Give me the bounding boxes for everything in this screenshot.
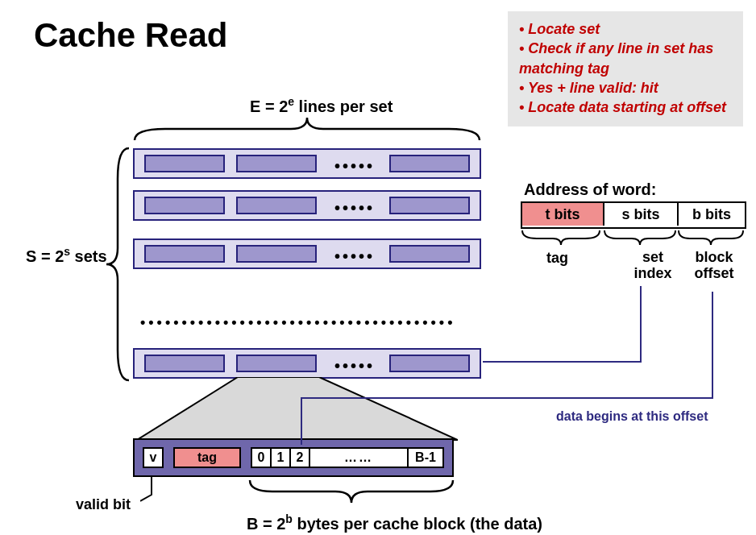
cache-line xyxy=(236,245,317,263)
address-t-bits: t bits xyxy=(522,203,603,226)
byte-cell: 1 xyxy=(270,447,291,468)
bytes-per-block-label: B = 2b bytes per cache block (the data) xyxy=(247,512,542,533)
brace-set-icon xyxy=(603,229,677,248)
addr-label-block-offset: block offset xyxy=(690,250,738,282)
valid-bit-pointer-icon xyxy=(140,477,172,503)
address-s-bits: s bits xyxy=(603,203,677,226)
brace-block-icon xyxy=(677,229,745,248)
algo-step-4: • Locate data starting at offset xyxy=(519,97,735,117)
byte-cell: 0 xyxy=(251,447,272,468)
cache-line xyxy=(389,197,470,214)
slide-title: Cache Read xyxy=(34,16,227,55)
brace-tag-icon xyxy=(521,229,601,248)
tag-field-box: tag xyxy=(173,447,241,468)
cache-line xyxy=(144,245,225,263)
cache-line xyxy=(236,155,317,172)
block-offset-connector-icon xyxy=(298,292,717,461)
address-fields: t bits s bits b bits xyxy=(521,201,746,229)
cache-line xyxy=(389,155,470,172)
cache-set-row: ••••• xyxy=(133,238,481,269)
ellipsis-icon: ••••• xyxy=(325,199,384,218)
cache-line xyxy=(144,197,225,214)
address-header: Address of word: xyxy=(524,180,656,199)
ellipsis-icon: ••••• xyxy=(325,157,384,176)
top-brace-icon xyxy=(133,114,481,142)
cache-line xyxy=(144,155,225,172)
cache-line xyxy=(389,245,470,263)
valid-bit-box: v xyxy=(143,447,164,468)
valid-bit-label: valid bit xyxy=(76,496,131,513)
lines-per-set-label: E = 2e lines per set xyxy=(250,95,393,116)
addr-label-set-index: set index xyxy=(629,250,677,282)
algo-step-2: • Check if any line in set has matching … xyxy=(519,39,735,78)
left-brace-icon xyxy=(103,147,131,382)
cache-set-row: ••••• xyxy=(133,190,481,221)
cache-set-row: ••••• xyxy=(133,148,481,179)
offset-note: data begins at this offset xyxy=(556,409,708,424)
algo-step-3: • Yes + line valid: hit xyxy=(519,78,735,97)
bottom-brace-icon xyxy=(248,479,455,504)
sets-count-label: S = 2s sets xyxy=(26,245,107,266)
algo-step-1: • Locate set xyxy=(519,19,735,39)
algorithm-box: • Locate set • Check if any line in set … xyxy=(508,11,743,126)
address-b-bits: b bits xyxy=(677,203,745,226)
cache-line xyxy=(144,355,225,372)
addr-label-tag: tag xyxy=(546,250,568,267)
ellipsis-icon: ••••• xyxy=(325,247,384,266)
cache-line xyxy=(236,197,317,214)
